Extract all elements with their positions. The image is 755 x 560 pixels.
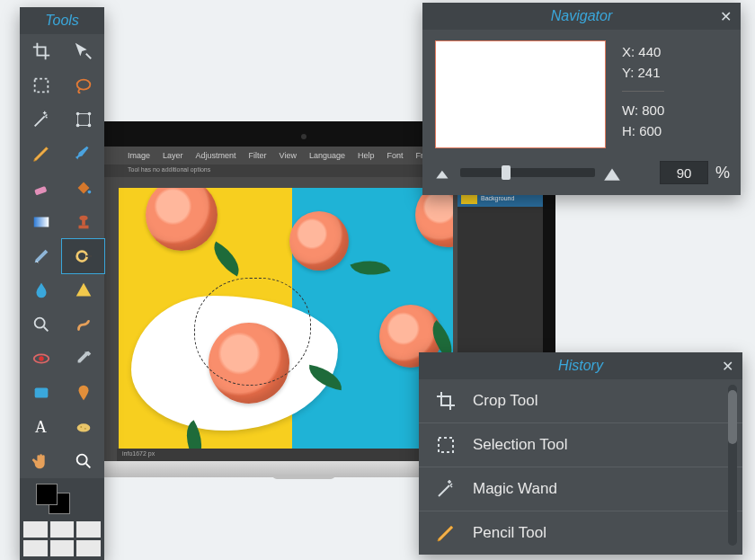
move-icon bbox=[74, 41, 93, 61]
navigator-title: Navigator ✕ bbox=[422, 3, 741, 30]
magnify-icon bbox=[74, 451, 93, 471]
wand-icon bbox=[31, 110, 51, 129]
crop-icon bbox=[31, 41, 51, 61]
color-wells[interactable] bbox=[20, 478, 104, 518]
layer-name: Background bbox=[481, 195, 514, 201]
rect-tool[interactable] bbox=[20, 376, 62, 410]
history-item-label: Magic Wand bbox=[473, 480, 557, 498]
zoom-slider[interactable] bbox=[460, 168, 595, 177]
bucket-tool[interactable] bbox=[62, 171, 104, 205]
menu-filter[interactable]: Filter bbox=[249, 151, 267, 160]
navigator-preview[interactable] bbox=[435, 40, 606, 148]
editor-canvas[interactable] bbox=[119, 188, 453, 449]
gradient-icon bbox=[31, 212, 51, 232]
transform-icon bbox=[74, 110, 93, 129]
rect-icon bbox=[31, 383, 51, 403]
pin-tool[interactable] bbox=[62, 376, 104, 410]
eyedropper-tool[interactable] bbox=[62, 342, 104, 376]
menu-help[interactable]: Help bbox=[358, 151, 375, 160]
drop-icon bbox=[31, 280, 51, 300]
hand-tool[interactable] bbox=[20, 444, 62, 478]
history-item-label: Crop Tool bbox=[473, 392, 537, 410]
history-item[interactable]: Pencil Tool bbox=[419, 511, 742, 555]
history-panel: History ✕ Crop ToolSelection ToolMagic W… bbox=[419, 352, 742, 555]
sponge-tool[interactable] bbox=[62, 410, 104, 444]
brush-tool[interactable] bbox=[62, 137, 104, 171]
type-tool[interactable] bbox=[20, 410, 62, 444]
zoom-tool[interactable] bbox=[20, 307, 62, 342]
menu-view[interactable]: View bbox=[280, 151, 297, 160]
bucket-icon bbox=[74, 178, 93, 198]
marquee-icon bbox=[31, 76, 51, 95]
history-item[interactable]: Crop Tool bbox=[419, 379, 742, 422]
eyedropper-icon bbox=[74, 349, 93, 369]
menu-adjustment[interactable]: Adjustment bbox=[196, 151, 236, 160]
menu-language[interactable]: Language bbox=[309, 151, 345, 160]
pencil-tool[interactable] bbox=[20, 137, 62, 171]
history-title: History ✕ bbox=[419, 352, 742, 379]
crop-icon bbox=[435, 390, 457, 412]
fg-color[interactable] bbox=[36, 484, 58, 505]
menu-image[interactable]: Image bbox=[128, 151, 150, 160]
magnify-tool[interactable] bbox=[62, 444, 104, 478]
history-item[interactable]: Magic Wand bbox=[419, 467, 742, 511]
history-item[interactable]: Selection Tool bbox=[419, 422, 742, 467]
zoom-in-icon[interactable] bbox=[602, 163, 622, 182]
dodge-tool[interactable] bbox=[62, 239, 104, 273]
zoom-icon bbox=[31, 315, 51, 334]
history-item-label: Selection Tool bbox=[473, 436, 568, 454]
gradient-tool[interactable] bbox=[20, 205, 62, 239]
drop-tool[interactable] bbox=[20, 273, 62, 307]
zoom-value[interactable]: 90 bbox=[660, 161, 708, 184]
eraser-icon bbox=[31, 178, 51, 198]
brush-icon bbox=[74, 144, 93, 164]
stamp-tool[interactable] bbox=[62, 205, 104, 239]
zoom-out-icon[interactable] bbox=[433, 163, 453, 182]
close-icon[interactable]: ✕ bbox=[722, 358, 733, 375]
hand-icon bbox=[31, 451, 51, 471]
pin-icon bbox=[74, 383, 93, 403]
smudge-icon bbox=[74, 315, 93, 334]
eraser-tool[interactable] bbox=[20, 171, 62, 205]
marquee-icon bbox=[435, 434, 457, 456]
move-tool[interactable] bbox=[62, 34, 104, 68]
redeye-tool[interactable] bbox=[20, 342, 62, 376]
heal-icon bbox=[31, 246, 51, 266]
tools-panel: Tools bbox=[20, 7, 104, 560]
history-scrollbar[interactable] bbox=[728, 385, 737, 546]
lasso-tool[interactable] bbox=[62, 68, 104, 102]
lasso-icon bbox=[74, 76, 93, 95]
stamp-icon bbox=[74, 212, 93, 232]
wand-tool[interactable] bbox=[20, 102, 62, 137]
redeye-icon bbox=[31, 349, 51, 369]
crop-tool[interactable] bbox=[20, 34, 62, 68]
heal-tool[interactable] bbox=[20, 239, 62, 273]
navigator-meta: X: 440 Y: 241 W: 800 H: 600 bbox=[622, 40, 664, 148]
transform-tool[interactable] bbox=[62, 102, 104, 137]
shape-icon bbox=[74, 280, 93, 300]
shape-tool[interactable] bbox=[62, 273, 104, 307]
tools-title: Tools bbox=[20, 7, 104, 34]
sponge-icon bbox=[74, 417, 93, 437]
dodge-icon bbox=[74, 246, 93, 266]
swatches[interactable] bbox=[20, 518, 104, 560]
menu-font[interactable]: Font bbox=[386, 151, 403, 160]
marquee-tool[interactable] bbox=[20, 68, 62, 102]
wand-icon bbox=[435, 478, 457, 500]
menu-layer[interactable]: Layer bbox=[163, 151, 183, 160]
navigator-panel: Navigator ✕ X: 440 Y: 241 W: 800 H: 600 … bbox=[422, 3, 741, 195]
type-icon bbox=[31, 417, 51, 437]
pencil-icon bbox=[435, 522, 457, 544]
percent-label: % bbox=[715, 164, 730, 182]
history-item-label: Pencil Tool bbox=[473, 524, 546, 542]
pencil-icon bbox=[31, 144, 51, 164]
smudge-tool[interactable] bbox=[62, 307, 104, 342]
close-icon[interactable]: ✕ bbox=[720, 8, 732, 25]
